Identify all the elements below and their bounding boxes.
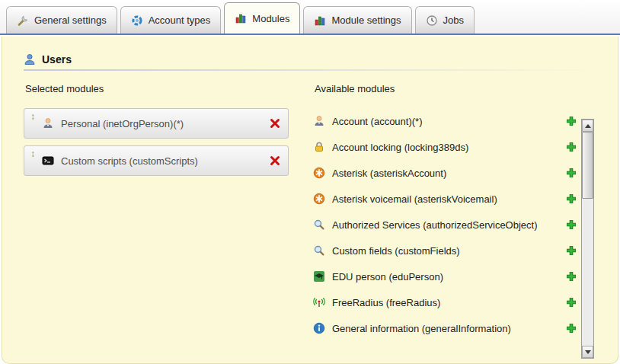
selected-module-label: Personal (inetOrgPerson)(*): [61, 118, 263, 129]
add-icon[interactable]: [566, 219, 577, 230]
available-module-label: Account locking (locking389ds): [332, 142, 468, 153]
available-module-row: FreeRadius (freeRadius): [313, 289, 577, 315]
available-module-row: General information (generalInformation): [313, 315, 577, 341]
tab-general-settings[interactable]: General settings: [6, 6, 117, 34]
available-module-row: Authorized Services (authorizedServiceOb…: [313, 212, 577, 238]
user-icon: [24, 53, 36, 65]
magnifier-icon: [313, 219, 325, 231]
available-module-row: Asterisk (asteriskAccount): [313, 160, 577, 186]
add-icon[interactable]: [566, 116, 577, 126]
scroll-track[interactable]: [582, 132, 593, 346]
asterisk-icon: [313, 167, 325, 179]
add-icon[interactable]: [566, 297, 577, 308]
tab-label: General settings: [34, 14, 107, 26]
available-scrollbar[interactable]: [581, 119, 594, 359]
arrow-up-icon: [585, 124, 591, 128]
magnifier-icon: [313, 244, 325, 257]
terminal-icon: [42, 155, 54, 167]
selected-modules-heading: Selected modules: [25, 83, 312, 94]
available-modules-heading: Available modules: [315, 83, 618, 94]
section-divider: [24, 69, 596, 71]
tab-modules[interactable]: Modules: [224, 2, 300, 34]
module-settings-bars-icon: [314, 14, 326, 27]
available-module-label: Asterisk (asteriskAccount): [332, 168, 446, 179]
users-section-header: Users: [24, 53, 618, 65]
delete-icon[interactable]: [270, 155, 280, 166]
tab-bar: General settings Account types Modules M…: [0, 0, 620, 35]
tab-jobs[interactable]: Jobs: [415, 6, 475, 34]
available-module-label: Account (account)(*): [332, 116, 423, 127]
scroll-up-button[interactable]: [582, 120, 593, 132]
available-module-label: Authorized Services (authorizedServiceOb…: [332, 219, 538, 231]
clock-icon: [426, 14, 438, 27]
add-icon[interactable]: [566, 168, 577, 178]
tab-label: Modules: [252, 13, 289, 24]
person-icon: [313, 115, 325, 127]
antenna-icon: [313, 296, 325, 308]
available-module-row: Account locking (locking389ds): [313, 134, 577, 160]
lock-icon: [313, 141, 325, 153]
info-icon: [313, 322, 325, 334]
selected-module-row-personal[interactable]: ↕ Personal (inetOrgPerson)(*): [24, 108, 289, 139]
delete-icon[interactable]: [270, 118, 280, 129]
add-icon[interactable]: [566, 323, 577, 334]
asterisk-icon: [313, 193, 325, 205]
scroll-thumb[interactable]: [582, 132, 593, 199]
available-module-label: FreeRadius (freeRadius): [332, 297, 440, 308]
scroll-down-button[interactable]: [582, 346, 593, 358]
available-module-row: Asterisk voicemail (asteriskVoicemail): [313, 186, 577, 212]
available-module-label: General information (generalInformation): [332, 323, 511, 334]
modules-columns: Selected modules ↕ Personal (inetOrgPers…: [24, 81, 618, 341]
page: General settings Account types Modules M…: [0, 0, 620, 364]
tab-label: Account types: [149, 14, 211, 26]
available-module-row: EDU person (eduPerson): [313, 263, 577, 289]
add-icon[interactable]: [566, 245, 577, 256]
wrench-icon: [17, 14, 29, 27]
selected-module-row-custom-scripts[interactable]: ↕ Custom scripts (customScripts): [24, 145, 289, 176]
selected-module-label: Custom scripts (customScripts): [61, 155, 263, 167]
available-module-label: Custom fields (customFields): [332, 245, 460, 257]
drag-handle-icon[interactable]: ↕: [30, 112, 35, 121]
add-icon[interactable]: [566, 193, 577, 204]
selected-modules-column: Selected modules ↕ Personal (inetOrgPers…: [24, 81, 312, 341]
person-icon: [42, 117, 54, 129]
modules-panel: Users Selected modules ↕ Personal (inetO…: [2, 37, 618, 364]
graduation-icon: [313, 270, 325, 283]
available-module-row: Account (account)(*): [313, 108, 577, 134]
add-icon[interactable]: [566, 271, 577, 282]
tab-label: Jobs: [443, 14, 464, 26]
refresh-gear-icon: [131, 14, 143, 27]
drag-handle-icon[interactable]: ↕: [30, 149, 35, 158]
available-module-label: Asterisk voicemail (asteriskVoicemail): [332, 193, 497, 205]
add-icon[interactable]: [566, 142, 577, 152]
modules-bars-icon: [235, 12, 247, 24]
section-title: Users: [42, 53, 72, 65]
tab-label: Module settings: [331, 14, 401, 26]
available-modules-column: Available modules Account (account)(*) A…: [312, 81, 618, 341]
tab-account-types[interactable]: Account types: [120, 6, 222, 34]
tab-module-settings[interactable]: Module settings: [303, 6, 411, 34]
arrow-down-icon: [585, 350, 591, 354]
available-module-label: EDU person (eduPerson): [332, 271, 443, 283]
available-module-row: Custom fields (customFields): [313, 238, 577, 263]
